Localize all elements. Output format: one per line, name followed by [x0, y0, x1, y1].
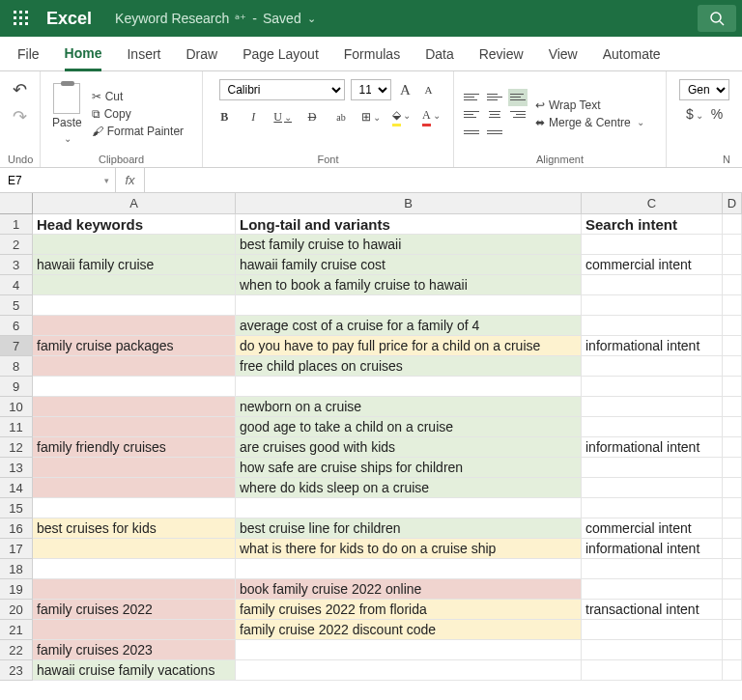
row-header[interactable]: 11 [0, 417, 33, 437]
cell[interactable]: how safe are cruise ships for children [236, 458, 582, 478]
row-header[interactable]: 4 [0, 275, 33, 295]
cell[interactable]: are cruises good with kids [236, 437, 582, 458]
cell[interactable]: informational intent [582, 539, 723, 559]
cell[interactable] [582, 640, 723, 660]
underline-button[interactable]: U [273, 110, 292, 125]
tab-draw[interactable]: Draw [186, 37, 217, 70]
cell[interactable]: family friendly cruises [33, 437, 236, 458]
tab-home[interactable]: Home [65, 38, 102, 71]
cell[interactable] [33, 275, 236, 295]
fill-color-button[interactable]: ⬙ [392, 108, 411, 126]
tab-review[interactable]: Review [479, 37, 524, 70]
font-color-button[interactable]: A [422, 108, 441, 126]
cell[interactable]: hawaii family cruise cost [236, 255, 582, 275]
row-header[interactable]: 21 [0, 620, 33, 640]
font-name-select[interactable]: Calibri [219, 79, 345, 100]
cell[interactable] [582, 660, 723, 681]
cell[interactable] [582, 295, 723, 316]
formula-input[interactable] [145, 168, 742, 192]
cell[interactable] [723, 295, 742, 316]
cell[interactable] [723, 437, 742, 458]
cell[interactable] [33, 559, 236, 579]
row-header[interactable]: 5 [0, 295, 33, 316]
document-title[interactable]: Keyword Research ᵃ⁺ - Saved ⌄ [115, 11, 316, 26]
select-all-corner[interactable] [0, 193, 33, 214]
cell[interactable] [236, 498, 582, 518]
cell[interactable]: commercial intent [582, 518, 723, 539]
cell[interactable]: family cruise 2022 discount code [236, 620, 582, 640]
cell[interactable]: hawaii family cruise [33, 255, 236, 275]
shrink-font-button[interactable]: A [420, 84, 438, 96]
cell[interactable] [33, 295, 236, 316]
cell[interactable]: good age to take a child on a cruise [236, 417, 582, 437]
cell[interactable] [236, 660, 582, 681]
increase-indent-button[interactable] [485, 124, 504, 141]
cell[interactable] [582, 458, 723, 478]
undo-icon[interactable]: ↶ [13, 79, 27, 100]
row-header[interactable]: 7 [0, 336, 33, 356]
row-header[interactable]: 1 [0, 214, 33, 235]
grow-font-button[interactable]: A [397, 82, 414, 98]
cell[interactable] [33, 356, 236, 377]
cell[interactable] [33, 458, 236, 478]
cell[interactable] [33, 417, 236, 437]
cell[interactable]: Long-tail and variants [236, 214, 582, 235]
cell[interactable] [723, 640, 742, 660]
cell[interactable] [33, 579, 236, 600]
row-header[interactable]: 9 [0, 377, 33, 397]
cell[interactable] [723, 417, 742, 437]
cell[interactable]: where do kids sleep on a cruise [236, 478, 582, 498]
align-bottom-button[interactable] [508, 89, 528, 106]
cell[interactable]: when to book a family cruise to hawaii [236, 275, 582, 295]
bold-button[interactable]: B [215, 110, 233, 125]
align-top-button[interactable] [462, 89, 481, 106]
cell[interactable] [236, 640, 582, 660]
tab-data[interactable]: Data [425, 37, 454, 70]
cell[interactable]: do you have to pay full price for a chil… [236, 336, 582, 356]
cell[interactable] [723, 539, 742, 559]
cell[interactable] [723, 458, 742, 478]
cell[interactable] [723, 518, 742, 539]
cell[interactable] [33, 620, 236, 640]
cell[interactable] [723, 214, 742, 235]
cell[interactable] [33, 377, 236, 397]
cell[interactable] [582, 316, 723, 336]
currency-button[interactable]: $ [686, 106, 703, 122]
col-header-C[interactable]: C [582, 193, 723, 214]
cell[interactable] [723, 356, 742, 377]
wrap-text-button[interactable]: ↩ Wrap Text [535, 98, 644, 112]
align-center-button[interactable] [485, 106, 504, 124]
cell[interactable] [582, 377, 723, 397]
row-header[interactable]: 13 [0, 458, 33, 478]
tab-automate[interactable]: Automate [603, 37, 661, 70]
cell[interactable] [582, 356, 723, 377]
cell[interactable] [582, 559, 723, 579]
cell[interactable]: average cost of a cruise for a family of… [236, 316, 582, 336]
font-size-select[interactable]: 11 [351, 79, 391, 100]
row-header[interactable]: 19 [0, 579, 33, 600]
cell[interactable] [723, 235, 742, 255]
cell[interactable]: family cruises 2022 [33, 600, 236, 620]
cell[interactable] [582, 579, 723, 600]
row-header[interactable]: 14 [0, 478, 33, 498]
cell[interactable]: Head keywords [33, 214, 236, 235]
cell[interactable] [582, 478, 723, 498]
subscript-button[interactable]: ab [332, 112, 350, 123]
cell[interactable] [723, 498, 742, 518]
fx-icon[interactable]: fx [116, 168, 145, 192]
cell[interactable] [723, 600, 742, 620]
cell[interactable] [723, 255, 742, 275]
row-header[interactable]: 8 [0, 356, 33, 377]
col-header-B[interactable]: B [236, 193, 582, 214]
cell[interactable] [236, 559, 582, 579]
row-header[interactable]: 16 [0, 518, 33, 539]
row-header[interactable]: 15 [0, 498, 33, 518]
strike-button[interactable]: D [303, 110, 321, 125]
row-header[interactable]: 2 [0, 235, 33, 255]
cell[interactable] [236, 377, 582, 397]
tab-page-layout[interactable]: Page Layout [243, 37, 319, 70]
row-header[interactable]: 3 [0, 255, 33, 275]
cut-button[interactable]: ✂ Cut [92, 90, 184, 103]
tab-file[interactable]: File [17, 37, 40, 70]
align-middle-button[interactable] [485, 89, 504, 106]
